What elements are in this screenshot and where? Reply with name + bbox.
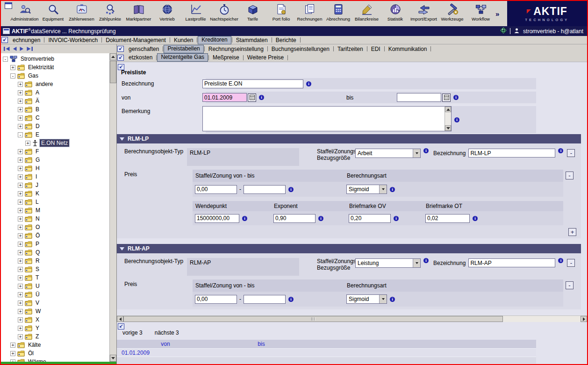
scroll-up-icon[interactable] (445, 107, 451, 112)
tab-genschaften[interactable]: genschaften (125, 45, 162, 53)
toolbar-item-equipment[interactable]: Equipment (39, 1, 67, 26)
expand-box-icon[interactable]: + (18, 191, 23, 196)
expand-box-icon[interactable]: + (18, 250, 23, 255)
remove-row-button[interactable]: - (566, 172, 574, 179)
info-icon[interactable] (390, 187, 395, 192)
info-icon[interactable] (454, 117, 459, 122)
info-icon[interactable] (306, 81, 311, 86)
von-date-input[interactable] (202, 93, 247, 102)
expand-box-icon[interactable]: + (18, 200, 23, 205)
scroll-down-icon[interactable] (110, 355, 116, 362)
toolbar-item-nachtspeicher[interactable]: Nachtspeicher (210, 1, 238, 26)
tab-netzentgelte-gas[interactable]: Netzentgelte Gas (157, 53, 208, 62)
tree-item-label[interactable]: andere (34, 80, 54, 88)
tree-item-label[interactable]: G (34, 156, 41, 164)
tree-item-label[interactable]: K (34, 190, 41, 197)
calendar-icon[interactable] (248, 93, 256, 102)
tab-berichte[interactable]: Berichte (272, 36, 300, 44)
toolbar-item-administration[interactable]: Administration (10, 1, 39, 26)
scroll-left-icon[interactable] (117, 316, 123, 322)
expand-box-icon[interactable]: + (18, 326, 23, 331)
tree-item-label[interactable]: Öl (27, 350, 35, 357)
expand-box-icon[interactable]: + (18, 183, 23, 188)
tree-item-label[interactable]: F (34, 148, 40, 155)
tree-item-label[interactable]: Q (34, 249, 41, 256)
tab-echnungen[interactable]: echnungen (9, 36, 43, 44)
tab-weitere-preise[interactable]: Weitere Preise (244, 54, 287, 61)
tree-item-label[interactable]: R (34, 257, 41, 265)
tree-item-label[interactable]: D (34, 122, 41, 130)
staffel-bis-input[interactable] (244, 185, 286, 194)
tree-item-label[interactable]: E (34, 131, 41, 138)
tree-item-label[interactable]: Ö (34, 232, 41, 239)
chevron-down-icon[interactable] (413, 149, 420, 157)
tab-invoic-workbench[interactable]: INVOIC-Workbench (45, 36, 101, 44)
tab-scroll-icon[interactable] (1, 37, 8, 43)
berechnungsart-dropdown[interactable]: Sigmoid (346, 294, 387, 304)
expand-box-icon[interactable]: + (25, 141, 30, 146)
expand-box-icon[interactable]: + (18, 149, 23, 154)
info-icon[interactable] (288, 187, 294, 192)
tab-scroll-icon[interactable] (117, 46, 124, 52)
tab-etzkosten[interactable]: etzkosten (125, 54, 156, 61)
expand-box-icon[interactable]: + (18, 242, 23, 247)
history-von-link[interactable]: 01.01.2009 (117, 350, 214, 356)
bis-date-input[interactable] (397, 93, 441, 102)
toolbar-item-zählerwesen[interactable]: Zählerwesen (67, 1, 96, 26)
collapse-box-icon[interactable]: - (3, 57, 8, 62)
info-icon[interactable] (473, 216, 478, 221)
expand-box-icon[interactable]: + (18, 233, 23, 238)
toolbar-item-marktpartner[interactable]: Marktpartner (124, 1, 153, 26)
info-icon[interactable] (423, 148, 429, 153)
expand-box-icon[interactable]: + (18, 301, 23, 306)
pager-prev-link[interactable]: vorige 3 (122, 329, 143, 336)
remove-section-button[interactable]: - (567, 259, 575, 267)
param-input-briefmarke-ot[interactable] (425, 214, 470, 223)
tree-item-label[interactable]: T (34, 274, 40, 281)
tab-meßpreise[interactable]: Meßpreise (209, 54, 243, 61)
expand-box-icon[interactable]: + (18, 115, 23, 121)
first-page-icon[interactable] (3, 45, 10, 52)
add-row-button[interactable]: + (568, 228, 576, 236)
collapse-box-icon[interactable]: - (10, 73, 15, 79)
tree-item-label[interactable]: J (34, 181, 40, 189)
bezeichnung-input[interactable] (468, 149, 555, 157)
info-icon[interactable] (423, 258, 429, 263)
last-page-icon[interactable] (26, 45, 33, 52)
toolbar-item-werkzeuge[interactable]: Werkzeuge (438, 1, 466, 26)
toolbar-item-import-export[interactable]: Import/Export (409, 1, 438, 26)
expand-box-icon[interactable]: + (18, 317, 23, 322)
tree-scrollbar-thumb[interactable] (110, 61, 116, 83)
tree-item-label[interactable]: Ü (34, 291, 41, 298)
info-icon[interactable] (288, 297, 294, 302)
toolbar-item-rechnungen[interactable]: Rechnungen (295, 1, 324, 26)
scroll-right-icon[interactable] (581, 316, 587, 322)
tree-item-label[interactable]: M (34, 207, 42, 214)
scroll-down-icon[interactable] (445, 125, 451, 131)
tree-item-label[interactable]: C (34, 114, 41, 122)
tree-item-label[interactable]: P (34, 240, 41, 248)
tab-edi[interactable]: EDI (368, 45, 384, 53)
bezugsgroesse-dropdown[interactable]: Leistung (355, 258, 421, 268)
scrollbar-track[interactable] (123, 316, 581, 322)
expand-box-icon[interactable]: + (18, 107, 23, 112)
tree-item-label[interactable]: I (34, 173, 38, 180)
berechnungsart-dropdown[interactable]: Sigmoid (346, 185, 387, 194)
tab-stammdaten[interactable]: Stammdaten (233, 36, 271, 44)
tree-item-label[interactable]: E.ON Netz (40, 139, 69, 147)
section-header-rlm-ap[interactable]: RLM-AP (117, 244, 581, 253)
expand-box-icon[interactable]: + (18, 166, 23, 171)
expand-box-icon[interactable]: + (18, 216, 23, 222)
textarea-scrollbar[interactable] (445, 107, 451, 131)
info-icon[interactable] (558, 258, 563, 263)
staffel-bis-input[interactable] (244, 295, 286, 304)
info-icon[interactable] (558, 148, 563, 153)
calendar-icon[interactable] (442, 93, 451, 102)
tab-kunden[interactable]: Kunden (171, 36, 196, 44)
bemerkung-textarea[interactable] (202, 106, 452, 131)
toolbar-overflow-button[interactable]: » (495, 10, 499, 18)
expand-box-icon[interactable]: + (18, 309, 23, 314)
info-icon[interactable] (394, 216, 399, 221)
expand-box-icon[interactable]: + (18, 258, 23, 264)
remove-section-button[interactable]: - (567, 149, 575, 157)
